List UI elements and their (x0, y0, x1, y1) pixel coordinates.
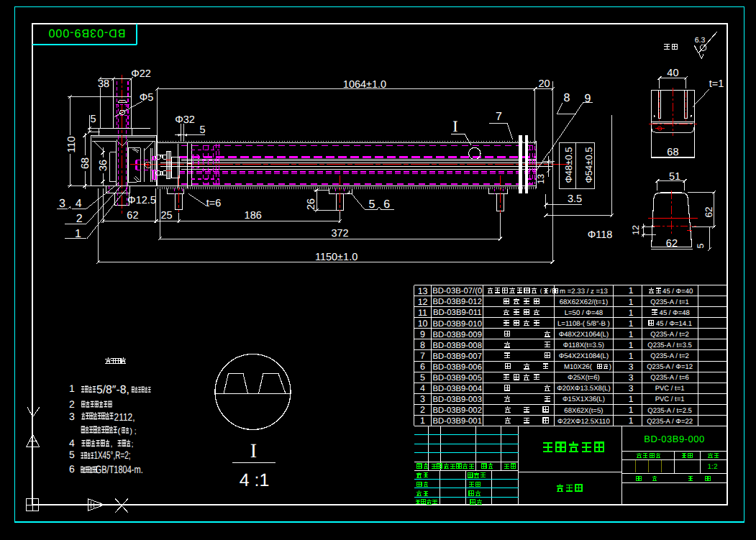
svg-text:BD-03B9-008: BD-03B9-008 (432, 342, 481, 350)
svg-text:2: 2 (69, 398, 75, 410)
svg-text:1: 1 (629, 297, 634, 307)
svg-text:1: 1 (75, 228, 81, 240)
svg-text:1: 1 (69, 383, 75, 394)
svg-text:26: 26 (306, 198, 317, 210)
svg-text:Φ25X(t=6): Φ25X(t=6) (568, 374, 600, 382)
svg-text:5: 5 (199, 124, 205, 136)
svg-text:1X45°,R=2;: 1X45°,R=2; (94, 449, 131, 462)
svg-text:13: 13 (418, 286, 428, 296)
svg-text:1150±1.0: 1150±1.0 (315, 252, 357, 263)
svg-text:372: 372 (331, 228, 348, 239)
svg-text:1: 1 (629, 394, 634, 404)
svg-text:6: 6 (420, 362, 425, 372)
svg-text:Φ54±0.5: Φ54±0.5 (583, 147, 594, 183)
svg-text:L=1108-( 5/8″-B ): L=1108-( 5/8″-B ) (557, 320, 610, 328)
svg-text:4: 4 (76, 198, 82, 210)
svg-text:(: ( (540, 288, 542, 294)
svg-text:5: 5 (420, 372, 425, 383)
svg-text:7: 7 (496, 111, 502, 123)
svg-text:BD-03B9-005: BD-03B9-005 (432, 374, 481, 383)
svg-text:6: 6 (69, 463, 75, 475)
svg-text:62: 62 (127, 210, 138, 221)
svg-text:5: 5 (69, 449, 75, 460)
svg-text:(: ( (118, 427, 121, 436)
svg-text:BD-03B9-001: BD-03B9-001 (432, 417, 481, 426)
svg-text:5: 5 (696, 243, 706, 248)
svg-text:62: 62 (703, 206, 714, 217)
svg-text:I: I (250, 440, 257, 462)
svg-text:6: 6 (383, 198, 390, 211)
svg-text:1: 1 (629, 285, 634, 296)
svg-text:2112,: 2112, (114, 412, 135, 424)
svg-text:BD-03B9-000: BD-03B9-000 (644, 434, 704, 444)
svg-text:3: 3 (629, 362, 634, 372)
svg-text:PVC / t=1: PVC / t=1 (655, 395, 685, 403)
svg-text:110: 110 (66, 136, 78, 152)
svg-text:Φ22: Φ22 (131, 68, 151, 80)
svg-text:7: 7 (420, 351, 425, 361)
svg-text:3: 3 (69, 411, 75, 422)
svg-text:1: 1 (420, 416, 425, 426)
svg-text:) ;: ) ; (130, 427, 137, 436)
svg-text:51: 51 (669, 171, 680, 183)
svg-text:PVC / t=1: PVC / t=1 (655, 385, 685, 393)
svg-text:1: 1 (629, 308, 634, 318)
svg-text:3: 3 (59, 198, 65, 210)
svg-text:Φ54X2X1084(L): Φ54X2X1084(L) (559, 352, 609, 360)
svg-text:5: 5 (90, 114, 96, 125)
svg-text:Q235-A / t=1: Q235-A / t=1 (650, 298, 689, 306)
svg-text:12: 12 (631, 225, 641, 235)
svg-text:62: 62 (666, 238, 678, 250)
svg-text:BD-03B9-006: BD-03B9-006 (432, 363, 481, 372)
svg-text:2: 2 (76, 213, 83, 225)
svg-text:1: 1 (629, 329, 634, 339)
svg-text:Q235-A / Φ=12: Q235-A / Φ=12 (647, 363, 693, 371)
svg-text:13: 13 (536, 174, 546, 184)
svg-text:12: 12 (418, 297, 428, 307)
svg-text:BD-03B9-010: BD-03B9-010 (432, 320, 481, 329)
svg-text:Φ15X1X36(L): Φ15X1X36(L) (563, 395, 605, 403)
svg-text:6.3: 6.3 (695, 36, 706, 45)
svg-text:25: 25 (161, 210, 173, 221)
svg-text:45 / Φ=40: 45 / Φ=40 (662, 288, 693, 296)
svg-text:4 :1: 4 :1 (240, 470, 270, 490)
svg-text:40: 40 (667, 68, 678, 79)
svg-text:1: 1 (629, 416, 634, 426)
svg-text:10: 10 (418, 319, 428, 329)
svg-text:1: 1 (629, 340, 634, 350)
svg-text:3: 3 (629, 372, 634, 383)
svg-text:5/8″-8,: 5/8″-8, (96, 384, 129, 396)
svg-text:1: 1 (629, 319, 634, 329)
svg-text:8: 8 (564, 92, 570, 104)
svg-text:): ) (609, 363, 611, 371)
svg-text:Q235-A / t=2: Q235-A / t=2 (650, 331, 689, 339)
svg-text:m =2.33 / z =13: m =2.33 / z =13 (560, 288, 608, 296)
svg-text:Φ20XΦ13.5X8(L): Φ20XΦ13.5X8(L) (557, 385, 611, 393)
svg-text:3: 3 (420, 394, 425, 404)
svg-text:1:2: 1:2 (708, 463, 718, 471)
svg-text:Q235-A / t=2.5: Q235-A / t=2.5 (647, 407, 692, 415)
svg-text:GB/T1804-m.: GB/T1804-m. (96, 464, 143, 476)
svg-text:186: 186 (245, 210, 262, 221)
svg-text:1: 1 (629, 405, 634, 415)
svg-text:36: 36 (98, 160, 109, 171)
svg-text:5: 5 (369, 198, 375, 211)
svg-text:1: 1 (629, 351, 634, 361)
svg-text:Q235-A / Φ=22: Q235-A / Φ=22 (647, 418, 693, 426)
svg-text:Q235-A / t=3.5: Q235-A / t=3.5 (647, 342, 692, 349)
svg-text:BD-03B-07/(0: BD-03B-07/(0 (432, 287, 482, 296)
svg-text:11: 11 (418, 308, 427, 318)
svg-text:45 / Φ=14.1: 45 / Φ=14.1 (656, 320, 692, 328)
svg-text:t=1: t=1 (709, 78, 724, 90)
svg-text:I: I (452, 117, 457, 135)
svg-text:1064±1.0: 1064±1.0 (343, 79, 386, 91)
svg-text:Φ48±0.5: Φ48±0.5 (563, 147, 574, 183)
svg-text:8: 8 (420, 340, 425, 350)
svg-text:68: 68 (667, 147, 678, 158)
svg-text:Φ32: Φ32 (175, 114, 195, 126)
svg-text:68: 68 (80, 157, 91, 169)
svg-text:L=50 / Φ=48: L=50 / Φ=48 (565, 309, 604, 317)
svg-text:4: 4 (420, 383, 425, 393)
svg-text:BD-03B9-007: BD-03B9-007 (432, 352, 481, 361)
svg-text:Φ48X2X1064(L): Φ48X2X1064(L) (559, 331, 609, 339)
